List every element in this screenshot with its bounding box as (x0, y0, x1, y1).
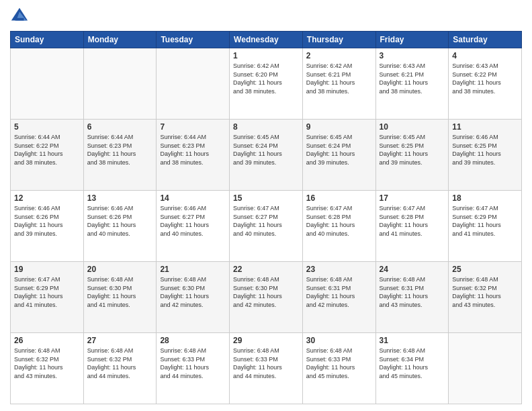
day-number: 10 (380, 122, 445, 132)
calendar-cell (83, 48, 157, 120)
weekday-friday: Friday (375, 32, 449, 48)
day-number: 7 (160, 122, 226, 132)
day-info: Sunrise: 6:48 AM Sunset: 6:33 PM Dayligh… (233, 347, 299, 380)
calendar-cell: 13Sunrise: 6:46 AM Sunset: 6:26 PM Dayli… (83, 191, 157, 262)
day-info: Sunrise: 6:46 AM Sunset: 6:26 PM Dayligh… (87, 204, 153, 238)
day-info: Sunrise: 6:46 AM Sunset: 6:27 PM Dayligh… (160, 204, 226, 238)
day-info: Sunrise: 6:46 AM Sunset: 6:26 PM Dayligh… (14, 204, 80, 238)
calendar-cell: 20Sunrise: 6:48 AM Sunset: 6:30 PM Dayli… (83, 262, 157, 333)
day-number: 30 (306, 336, 372, 345)
day-info: Sunrise: 6:48 AM Sunset: 6:33 PM Dayligh… (306, 347, 372, 380)
calendar-cell: 24Sunrise: 6:48 AM Sunset: 6:31 PM Dayli… (375, 262, 449, 333)
header (10, 7, 522, 26)
logo-icon (10, 7, 29, 26)
calendar-cell: 5Sunrise: 6:44 AM Sunset: 6:22 PM Daylig… (11, 120, 84, 191)
day-info: Sunrise: 6:48 AM Sunset: 6:30 PM Dayligh… (87, 275, 153, 309)
calendar-cell: 12Sunrise: 6:46 AM Sunset: 6:26 PM Dayli… (11, 191, 84, 262)
day-number: 11 (452, 122, 518, 132)
day-info: Sunrise: 6:48 AM Sunset: 6:30 PM Dayligh… (160, 275, 226, 309)
day-number: 26 (14, 336, 80, 345)
svg-rect-2 (15, 18, 24, 21)
day-info: Sunrise: 6:43 AM Sunset: 6:21 PM Dayligh… (380, 62, 445, 95)
calendar-cell (157, 48, 230, 120)
calendar-cell: 1Sunrise: 6:42 AM Sunset: 6:20 PM Daylig… (230, 48, 303, 120)
day-info: Sunrise: 6:45 AM Sunset: 6:24 PM Dayligh… (306, 133, 372, 167)
calendar-cell: 29Sunrise: 6:48 AM Sunset: 6:33 PM Dayli… (230, 333, 303, 404)
calendar-header: Sunday Monday Tuesday Wednesday Thursday… (11, 32, 522, 48)
calendar-cell: 31Sunrise: 6:48 AM Sunset: 6:34 PM Dayli… (375, 333, 449, 404)
calendar-cell: 17Sunrise: 6:47 AM Sunset: 6:28 PM Dayli… (375, 191, 449, 262)
calendar-cell: 9Sunrise: 6:45 AM Sunset: 6:24 PM Daylig… (302, 120, 375, 191)
calendar-cell: 8Sunrise: 6:45 AM Sunset: 6:24 PM Daylig… (230, 120, 303, 191)
day-number: 13 (87, 193, 153, 203)
day-number: 8 (233, 122, 299, 132)
day-number: 23 (306, 265, 372, 274)
calendar-cell (449, 333, 522, 404)
day-number: 4 (452, 51, 518, 60)
day-info: Sunrise: 6:46 AM Sunset: 6:25 PM Dayligh… (452, 133, 518, 167)
week-row-0: 1Sunrise: 6:42 AM Sunset: 6:20 PM Daylig… (11, 48, 522, 120)
day-info: Sunrise: 6:45 AM Sunset: 6:25 PM Dayligh… (380, 133, 445, 167)
day-number: 22 (233, 265, 299, 274)
week-row-4: 26Sunrise: 6:48 AM Sunset: 6:32 PM Dayli… (11, 333, 522, 404)
day-number: 17 (380, 193, 445, 203)
day-info: Sunrise: 6:48 AM Sunset: 6:34 PM Dayligh… (380, 347, 445, 380)
calendar-cell: 25Sunrise: 6:48 AM Sunset: 6:32 PM Dayli… (449, 262, 522, 333)
calendar-cell: 18Sunrise: 6:47 AM Sunset: 6:29 PM Dayli… (449, 191, 522, 262)
calendar-cell: 15Sunrise: 6:47 AM Sunset: 6:27 PM Dayli… (230, 191, 303, 262)
calendar-cell: 4Sunrise: 6:43 AM Sunset: 6:22 PM Daylig… (449, 48, 522, 120)
calendar-cell: 23Sunrise: 6:48 AM Sunset: 6:31 PM Dayli… (302, 262, 375, 333)
weekday-monday: Monday (83, 32, 157, 48)
day-number: 21 (160, 265, 226, 274)
day-number: 27 (87, 336, 153, 345)
day-info: Sunrise: 6:42 AM Sunset: 6:20 PM Dayligh… (233, 62, 299, 95)
day-info: Sunrise: 6:45 AM Sunset: 6:24 PM Dayligh… (233, 133, 299, 167)
day-number: 12 (14, 193, 80, 203)
calendar-cell (11, 48, 84, 120)
page: Sunday Monday Tuesday Wednesday Thursday… (0, 0, 532, 411)
day-number: 3 (380, 51, 445, 60)
calendar-cell: 30Sunrise: 6:48 AM Sunset: 6:33 PM Dayli… (302, 333, 375, 404)
day-info: Sunrise: 6:48 AM Sunset: 6:31 PM Dayligh… (380, 275, 445, 309)
calendar-cell: 11Sunrise: 6:46 AM Sunset: 6:25 PM Dayli… (449, 120, 522, 191)
logo (10, 7, 32, 26)
day-info: Sunrise: 6:42 AM Sunset: 6:21 PM Dayligh… (306, 62, 372, 95)
calendar-cell: 2Sunrise: 6:42 AM Sunset: 6:21 PM Daylig… (302, 48, 375, 120)
day-info: Sunrise: 6:47 AM Sunset: 6:28 PM Dayligh… (380, 204, 445, 238)
calendar-cell: 26Sunrise: 6:48 AM Sunset: 6:32 PM Dayli… (11, 333, 84, 404)
weekday-wednesday: Wednesday (230, 32, 303, 48)
day-number: 9 (306, 122, 372, 132)
calendar-cell: 27Sunrise: 6:48 AM Sunset: 6:32 PM Dayli… (83, 333, 157, 404)
calendar-body: 1Sunrise: 6:42 AM Sunset: 6:20 PM Daylig… (11, 48, 522, 404)
calendar-cell: 22Sunrise: 6:48 AM Sunset: 6:30 PM Dayli… (230, 262, 303, 333)
day-number: 18 (452, 193, 518, 203)
day-number: 24 (380, 265, 445, 274)
calendar-cell: 3Sunrise: 6:43 AM Sunset: 6:21 PM Daylig… (375, 48, 449, 120)
week-row-2: 12Sunrise: 6:46 AM Sunset: 6:26 PM Dayli… (11, 191, 522, 262)
day-info: Sunrise: 6:48 AM Sunset: 6:32 PM Dayligh… (14, 347, 80, 380)
day-info: Sunrise: 6:47 AM Sunset: 6:29 PM Dayligh… (452, 204, 518, 238)
day-number: 16 (306, 193, 372, 203)
day-info: Sunrise: 6:44 AM Sunset: 6:23 PM Dayligh… (160, 133, 226, 167)
calendar-cell: 19Sunrise: 6:47 AM Sunset: 6:29 PM Dayli… (11, 262, 84, 333)
day-info: Sunrise: 6:47 AM Sunset: 6:29 PM Dayligh… (14, 275, 80, 309)
calendar: Sunday Monday Tuesday Wednesday Thursday… (10, 31, 522, 404)
calendar-cell: 28Sunrise: 6:48 AM Sunset: 6:33 PM Dayli… (157, 333, 230, 404)
day-info: Sunrise: 6:48 AM Sunset: 6:32 PM Dayligh… (87, 347, 153, 380)
day-info: Sunrise: 6:47 AM Sunset: 6:28 PM Dayligh… (306, 204, 372, 238)
day-number: 25 (452, 265, 518, 274)
day-number: 31 (380, 336, 445, 345)
week-row-3: 19Sunrise: 6:47 AM Sunset: 6:29 PM Dayli… (11, 262, 522, 333)
calendar-cell: 7Sunrise: 6:44 AM Sunset: 6:23 PM Daylig… (157, 120, 230, 191)
day-number: 29 (233, 336, 299, 345)
day-number: 2 (306, 51, 372, 60)
day-info: Sunrise: 6:47 AM Sunset: 6:27 PM Dayligh… (233, 204, 299, 238)
day-info: Sunrise: 6:43 AM Sunset: 6:22 PM Dayligh… (452, 62, 518, 95)
day-number: 5 (14, 122, 80, 132)
weekday-saturday: Saturday (449, 32, 522, 48)
day-number: 14 (160, 193, 226, 203)
day-number: 28 (160, 336, 226, 345)
day-number: 19 (14, 265, 80, 274)
calendar-cell: 10Sunrise: 6:45 AM Sunset: 6:25 PM Dayli… (375, 120, 449, 191)
day-number: 1 (233, 51, 299, 60)
